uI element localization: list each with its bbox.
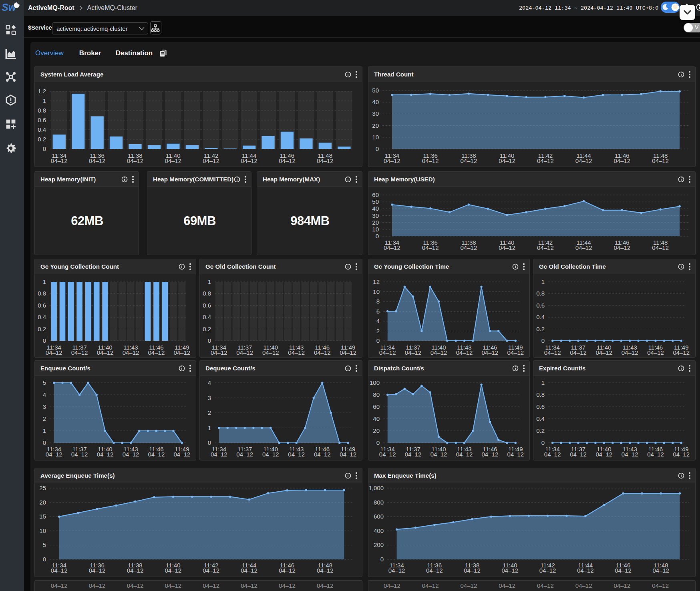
- svg-text:50: 50: [372, 87, 379, 94]
- svg-text:0.6: 0.6: [38, 117, 46, 123]
- svg-text:0.8: 0.8: [536, 290, 545, 297]
- svg-text:04–12: 04–12: [614, 157, 631, 164]
- svg-text:04–12: 04–12: [148, 451, 165, 458]
- svg-text:04–12: 04–12: [405, 451, 422, 458]
- svg-text:0.2: 0.2: [38, 136, 46, 143]
- svg-text:04–12: 04–12: [173, 451, 190, 458]
- svg-text:1.2: 1.2: [38, 88, 46, 94]
- svg-text:04–12: 04–12: [461, 244, 477, 251]
- svg-text:04–12: 04–12: [537, 582, 554, 589]
- svg-text:04–12: 04–12: [464, 567, 481, 574]
- svg-text:04–12: 04–12: [46, 451, 62, 458]
- svg-text:04–12: 04–12: [575, 582, 592, 589]
- svg-text:5: 5: [43, 379, 46, 386]
- svg-text:20: 20: [373, 427, 380, 434]
- svg-text:04–12: 04–12: [51, 567, 68, 574]
- svg-text:04–12: 04–12: [507, 451, 524, 458]
- svg-text:04–12: 04–12: [288, 451, 305, 458]
- svg-text:04–12: 04–12: [262, 349, 279, 356]
- svg-text:04–12: 04–12: [379, 349, 396, 356]
- svg-text:04–12: 04–12: [615, 567, 632, 574]
- svg-text:1: 1: [43, 97, 46, 104]
- svg-text:04–12: 04–12: [89, 582, 106, 589]
- svg-text:04–12: 04–12: [499, 157, 515, 164]
- svg-text:04–12: 04–12: [537, 157, 554, 164]
- svg-text:800: 800: [374, 499, 384, 506]
- svg-text:04–12: 04–12: [575, 157, 592, 164]
- svg-text:04–12: 04–12: [97, 451, 114, 458]
- svg-text:04–12: 04–12: [123, 451, 139, 458]
- svg-text:04–12: 04–12: [499, 582, 515, 589]
- svg-text:04–12: 04–12: [89, 567, 106, 574]
- svg-text:8: 8: [376, 298, 380, 305]
- svg-text:0: 0: [541, 337, 545, 344]
- svg-text:0: 0: [208, 337, 211, 344]
- svg-text:0.8: 0.8: [203, 290, 211, 297]
- svg-text:04–12: 04–12: [647, 451, 664, 458]
- svg-text:04–12: 04–12: [652, 244, 669, 251]
- svg-text:04–12: 04–12: [317, 582, 334, 589]
- svg-text:04–12: 04–12: [482, 349, 499, 356]
- svg-text:0.4: 0.4: [38, 126, 46, 133]
- svg-text:0: 0: [43, 439, 46, 446]
- svg-text:04–12: 04–12: [430, 451, 447, 458]
- svg-text:0.6: 0.6: [203, 302, 211, 309]
- svg-text:0: 0: [376, 439, 380, 446]
- svg-text:04–12: 04–12: [622, 349, 638, 356]
- svg-text:04–12: 04–12: [241, 582, 257, 589]
- svg-text:0: 0: [376, 145, 379, 152]
- svg-text:0: 0: [43, 145, 46, 152]
- svg-text:04–12: 04–12: [314, 349, 331, 356]
- svg-text:0.2: 0.2: [38, 326, 46, 332]
- svg-text:2: 2: [208, 409, 211, 416]
- svg-text:10: 10: [373, 288, 380, 295]
- svg-text:400: 400: [374, 527, 384, 534]
- svg-text:4: 4: [43, 391, 46, 398]
- svg-text:1: 1: [541, 379, 545, 386]
- svg-text:04–12: 04–12: [51, 582, 68, 589]
- svg-text:04–12: 04–12: [537, 244, 554, 251]
- svg-text:3: 3: [43, 403, 46, 410]
- svg-text:04–12: 04–12: [288, 349, 305, 356]
- svg-text:3: 3: [208, 394, 211, 401]
- svg-text:30: 30: [372, 110, 379, 117]
- svg-text:04–12: 04–12: [652, 157, 669, 164]
- svg-text:04–12: 04–12: [614, 582, 631, 589]
- svg-text:04–12: 04–12: [499, 244, 515, 251]
- svg-text:04–12: 04–12: [614, 244, 631, 251]
- svg-text:10: 10: [372, 134, 379, 141]
- svg-text:04–12: 04–12: [203, 157, 219, 164]
- svg-text:100: 100: [370, 379, 380, 386]
- svg-text:40: 40: [372, 205, 379, 212]
- svg-text:40: 40: [373, 415, 380, 422]
- svg-text:0.4: 0.4: [536, 415, 545, 422]
- svg-text:04–12: 04–12: [595, 349, 612, 356]
- svg-text:04–12: 04–12: [652, 582, 669, 589]
- svg-text:30: 30: [372, 212, 379, 219]
- svg-text:1: 1: [43, 278, 46, 285]
- svg-text:04–12: 04–12: [211, 451, 227, 458]
- svg-text:04–12: 04–12: [317, 157, 334, 164]
- svg-text:04–12: 04–12: [262, 451, 279, 458]
- svg-text:04–12: 04–12: [461, 157, 477, 164]
- svg-text:20: 20: [372, 122, 379, 129]
- svg-text:04–12: 04–12: [127, 157, 144, 164]
- svg-text:04–12: 04–12: [482, 451, 499, 458]
- svg-text:0.6: 0.6: [536, 403, 545, 410]
- svg-text:04–12: 04–12: [71, 349, 88, 356]
- svg-text:04–12: 04–12: [461, 582, 477, 589]
- svg-text:04–12: 04–12: [544, 349, 561, 356]
- svg-text:04–12: 04–12: [422, 582, 439, 589]
- svg-text:60: 60: [372, 191, 379, 198]
- svg-text:04–12: 04–12: [422, 244, 439, 251]
- svg-text:04–12: 04–12: [384, 157, 400, 164]
- svg-text:04–12: 04–12: [426, 567, 443, 574]
- svg-text:04–12: 04–12: [127, 567, 144, 574]
- svg-text:0.2: 0.2: [536, 326, 545, 332]
- svg-text:0.4: 0.4: [536, 314, 545, 320]
- svg-text:2: 2: [43, 415, 46, 422]
- svg-text:04–12: 04–12: [51, 157, 68, 164]
- svg-text:2: 2: [376, 328, 380, 334]
- svg-text:04–12: 04–12: [456, 451, 473, 458]
- svg-text:04–12: 04–12: [507, 349, 524, 356]
